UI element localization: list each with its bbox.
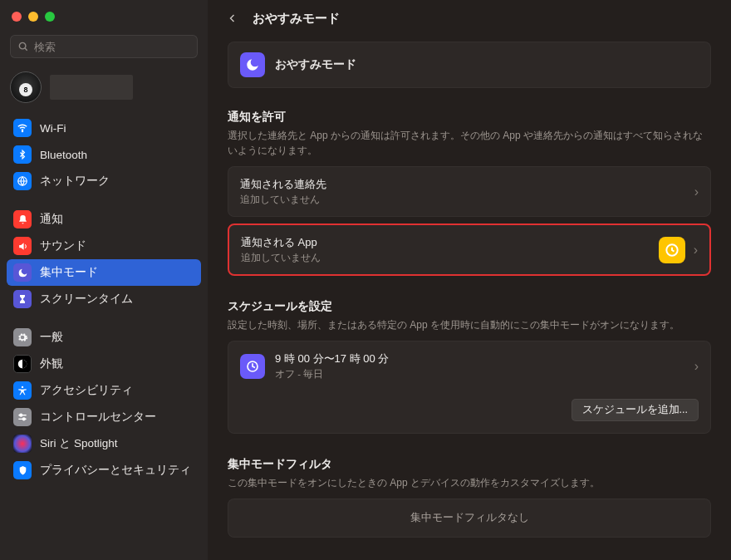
sidebar-item-label: 通知 (40, 212, 63, 227)
sidebar-group-notifications: 通知 サウンド 集中モード スクリーンタイム (0, 204, 208, 314)
sidebar-item-label: Wi-Fi (40, 122, 66, 135)
schedule-section: スケジュールを設定 設定した時刻、場所、またはある特定の App を使用時に自動… (228, 299, 711, 434)
row-title: 通知される App (241, 235, 321, 250)
network-icon (13, 172, 32, 190)
svg-point-2 (22, 131, 22, 132)
schedule-panel: 9 時 00 分〜17 時 00 分 オフ - 毎日 › スケジュールを追加..… (228, 341, 711, 434)
minimize-window-button[interactable] (28, 12, 38, 22)
schedule-item-row[interactable]: 9 時 00 分〜17 時 00 分 オフ - 毎日 › (228, 341, 710, 391)
sidebar-item-network[interactable]: ネットワーク (7, 168, 201, 194)
focus-filter-none-card[interactable]: 集中モードフィルタなし (228, 499, 711, 538)
row-subtitle: 追加していません (241, 252, 321, 264)
search-icon (17, 41, 29, 52)
focus-mode-name: おやすみモード (275, 57, 356, 72)
section-title: 集中モードフィルタ (228, 457, 711, 472)
add-schedule-button[interactable]: スケジュールを追加... (572, 399, 699, 421)
search-field[interactable] (10, 35, 198, 58)
sidebar-item-label: コントロールセンター (40, 410, 156, 425)
svg-point-7 (20, 414, 22, 416)
allowed-contacts-row[interactable]: 通知される連絡先 追加していません › (228, 166, 711, 217)
avatar: 8 (10, 71, 42, 103)
schedule-time: 9 時 00 分〜17 時 00 分 (275, 351, 389, 366)
sidebar-item-label: プライバシーとセキュリティ (40, 463, 191, 478)
section-description: 選択した連絡先と App からの通知は許可されます。その他の App や連絡先か… (228, 128, 711, 158)
sidebar-item-siri[interactable]: Siri と Spotlight (7, 430, 201, 457)
hourglass-icon (13, 290, 32, 308)
wifi-icon (13, 119, 32, 137)
siri-icon (13, 435, 32, 453)
row-subtitle: 追加していません (240, 194, 326, 206)
sidebar-item-label: サウンド (40, 238, 86, 253)
hand-icon (13, 461, 32, 479)
sliders-icon (13, 408, 32, 426)
accessibility-icon (13, 381, 32, 400)
row-title: 通知される連絡先 (240, 177, 326, 192)
allow-notifications-section: 通知を許可 選択した連絡先と App からの通知は許可されます。その他の App… (228, 110, 711, 276)
bell-icon (13, 210, 32, 228)
chevron-right-icon: › (694, 243, 698, 258)
section-description: 設定した時刻、場所、またはある特定の App を使用時に自動的にこの集中モードが… (228, 317, 711, 332)
sidebar-item-label: スクリーンタイム (40, 292, 133, 307)
svg-point-9 (22, 418, 25, 420)
sidebar: 8 Wi-Fi Bluetooth ネットワーク 通知 (0, 0, 208, 560)
svg-point-0 (19, 42, 26, 49)
focus-filter-section: 集中モードフィルタ この集中モードをオンにしたときの App とデバイスの動作を… (228, 457, 711, 538)
sidebar-item-label: ネットワーク (40, 174, 110, 189)
bluetooth-icon (13, 145, 32, 164)
sidebar-item-control-center[interactable]: コントロールセンター (7, 404, 201, 430)
sidebar-item-wifi[interactable]: Wi-Fi (7, 115, 201, 141)
speaker-icon (13, 237, 32, 255)
sidebar-item-label: 一般 (40, 330, 63, 345)
clock-app-icon (659, 237, 685, 263)
sidebar-item-privacy[interactable]: プライバシーとセキュリティ (7, 457, 201, 484)
focus-mode-card[interactable]: おやすみモード (228, 42, 711, 88)
appearance-icon (13, 355, 32, 373)
chevron-right-icon: › (694, 184, 699, 199)
gear-icon (13, 328, 32, 346)
sidebar-item-focus[interactable]: 集中モード (7, 259, 201, 286)
search-input[interactable] (34, 41, 190, 53)
svg-line-1 (25, 48, 27, 51)
sidebar-group-network: Wi-Fi Bluetooth ネットワーク (0, 113, 208, 196)
sidebar-item-accessibility[interactable]: アクセシビリティ (7, 377, 201, 404)
sidebar-item-label: 集中モード (40, 265, 98, 280)
sidebar-item-sound[interactable]: サウンド (7, 233, 201, 259)
zoom-window-button[interactable] (45, 12, 55, 22)
close-window-button[interactable] (12, 12, 22, 22)
section-description: この集中モードをオンにしたときの App とデバイスの動作をカスタマイズします。 (228, 475, 711, 490)
sidebar-item-general[interactable]: 一般 (7, 324, 201, 351)
section-title: スケジュールを設定 (228, 299, 711, 314)
back-button[interactable] (224, 10, 241, 27)
svg-point-5 (22, 386, 23, 388)
moon-icon (240, 52, 265, 77)
section-title: 通知を許可 (228, 110, 711, 125)
sidebar-item-label: アクセシビリティ (40, 383, 133, 398)
sidebar-item-label: Siri と Spotlight (40, 436, 118, 451)
sidebar-item-label: 外観 (40, 356, 63, 371)
sidebar-item-appearance[interactable]: 外観 (7, 351, 201, 377)
sidebar-item-screentime[interactable]: スクリーンタイム (7, 286, 201, 312)
main-content: おやすみモード おやすみモード 通知を許可 選択した連絡先と App からの通知… (208, 0, 731, 560)
page-title: おやすみモード (253, 11, 340, 27)
clock-icon (240, 354, 265, 379)
sidebar-group-system: 一般 外観 アクセシビリティ コントロールセンター Siri と Spotlig… (0, 322, 208, 485)
chevron-right-icon: › (694, 359, 699, 374)
allowed-apps-row[interactable]: 通知される App 追加していません › (228, 224, 711, 276)
window-controls (0, 8, 208, 33)
moon-icon (13, 263, 32, 282)
sidebar-item-notifications[interactable]: 通知 (7, 206, 201, 233)
apple-id-row[interactable]: 8 (0, 66, 208, 113)
profile-name-redacted (50, 75, 133, 100)
schedule-status: オフ - 毎日 (275, 368, 389, 381)
page-header: おやすみモード (208, 0, 731, 42)
sidebar-item-bluetooth[interactable]: Bluetooth (7, 141, 201, 168)
sidebar-item-label: Bluetooth (40, 149, 87, 161)
